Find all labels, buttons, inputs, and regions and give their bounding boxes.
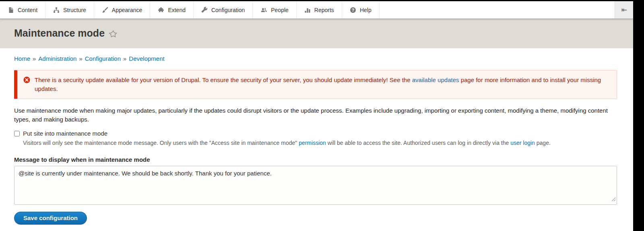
error-text: There is a security update available for… <box>35 76 611 93</box>
toolbar-item-label: Reports <box>314 7 334 13</box>
toolbar-item-extend[interactable]: Extend <box>150 1 194 19</box>
sitemap-icon <box>53 7 60 13</box>
breadcrumb-configuration[interactable]: Configuration <box>85 55 121 62</box>
paintbrush-icon <box>102 7 108 13</box>
user-login-link[interactable]: user login <box>510 140 535 146</box>
page-header-band: Maintenance mode <box>0 19 633 48</box>
breadcrumb-separator: » <box>123 55 126 62</box>
intro-text: Use maintenance mode when making major u… <box>14 106 617 124</box>
breadcrumb-separator: » <box>79 55 82 62</box>
toolbar-orientation-toggle[interactable]: ⇤ <box>615 1 633 19</box>
people-icon <box>260 7 267 13</box>
maintenance-mode-checkbox-label[interactable]: Put site into maintenance mode <box>23 130 107 137</box>
toolbar-item-label: Extend <box>168 7 186 13</box>
maintenance-mode-checkbox[interactable] <box>14 131 20 136</box>
error-icon <box>23 76 30 93</box>
dock-left-icon: ⇤ <box>621 6 627 14</box>
shortcut-star-icon[interactable] <box>109 29 118 38</box>
toolbar-item-help[interactable]: ? Help <box>342 1 380 19</box>
toolbar-item-label: Help <box>360 7 372 13</box>
toolbar-item-label: Content <box>18 7 37 13</box>
toolbar-item-label: People <box>271 7 289 13</box>
toolbar-item-reports[interactable]: Reports <box>297 1 342 19</box>
breadcrumb-administration[interactable]: Administration <box>38 55 76 62</box>
toolbar-item-configuration[interactable]: Configuration <box>194 1 253 19</box>
file-icon <box>8 7 14 13</box>
toolbar-item-appearance[interactable]: Appearance <box>94 1 151 19</box>
puzzle-icon <box>158 7 164 13</box>
toolbar-item-label: Structure <box>63 7 86 13</box>
admin-toolbar: Content Structure Appearance Extend Conf… <box>0 1 633 19</box>
message-field-label: Message to display when in maintenance m… <box>14 156 619 163</box>
toolbar-item-content[interactable]: Content <box>0 1 45 19</box>
help-icon: ? <box>350 7 356 13</box>
toolbar-item-people[interactable]: People <box>253 1 297 19</box>
bar-chart-icon <box>304 7 311 13</box>
breadcrumb: Home»Administration»Configuration»Develo… <box>0 48 633 62</box>
page: Content Structure Appearance Extend Conf… <box>0 1 633 231</box>
svg-text:?: ? <box>352 7 354 12</box>
page-title: Maintenance mode <box>14 27 105 39</box>
form-actions: Save configuration <box>14 212 619 225</box>
maintenance-mode-description: Visitors will only see the maintenance m… <box>23 139 617 147</box>
available-updates-link[interactable]: available updates <box>412 76 459 83</box>
maintenance-mode-checkbox-row: Put site into maintenance mode <box>14 130 619 137</box>
toolbar-item-structure[interactable]: Structure <box>45 1 94 19</box>
error-message: There is a security update available for… <box>14 70 617 99</box>
permission-link[interactable]: permission <box>299 140 326 146</box>
toolbar-spacer <box>380 1 615 19</box>
message-field-wrap: @site is currently under maintenance. We… <box>14 166 617 205</box>
maintenance-message-textarea[interactable]: @site is currently under maintenance. We… <box>14 166 617 205</box>
wrench-icon <box>201 7 208 13</box>
breadcrumb-home[interactable]: Home <box>14 55 30 62</box>
breadcrumb-separator: » <box>33 55 36 62</box>
toolbar-item-label: Configuration <box>211 7 245 13</box>
breadcrumb-development[interactable]: Development <box>129 55 164 62</box>
toolbar-item-label: Appearance <box>112 7 142 13</box>
save-configuration-button[interactable]: Save configuration <box>14 212 87 225</box>
